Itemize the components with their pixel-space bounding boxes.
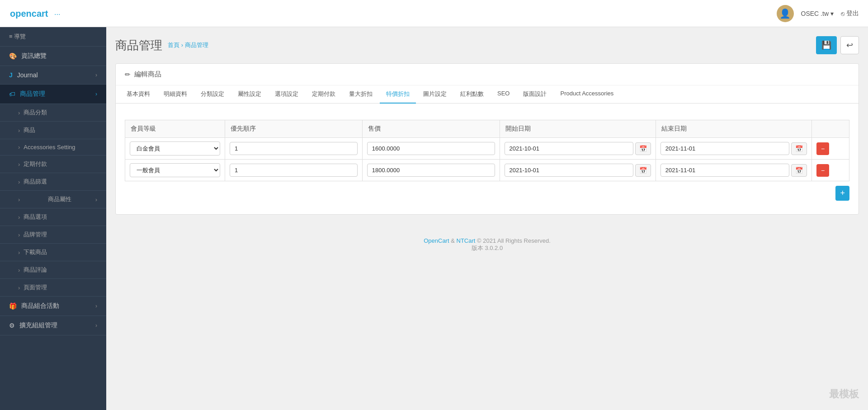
- sidebar-item-product[interactable]: 商品: [0, 122, 106, 139]
- tab-accessories[interactable]: Product Accessories: [554, 85, 620, 104]
- start-date-wrap-2: 📅: [505, 164, 651, 177]
- plugin-chevron-icon: ›: [95, 322, 97, 329]
- sidebar-item-dashboard-left: 🎨 資訊總覽: [9, 52, 47, 60]
- sidebar-item-product-management-left: 🏷 商品管理: [9, 90, 45, 98]
- priority-input-2[interactable]: [230, 164, 358, 177]
- sidebar-item-bundle-label: 商品組合活動: [21, 302, 59, 310]
- breadcrumb: 首頁 › 商品管理: [168, 41, 208, 49]
- start-date-input-2[interactable]: [505, 164, 633, 177]
- sidebar-item-subscription-label: 定期付款: [24, 160, 47, 168]
- page-title: 商品管理: [115, 38, 162, 53]
- tab-category[interactable]: 分類設定: [194, 85, 231, 104]
- sidebar-item-product-attribute[interactable]: 商品屬性 ›: [0, 191, 106, 208]
- logout-button[interactable]: ⎋ 登出: [841, 9, 859, 18]
- end-cal-button-1[interactable]: 📅: [791, 142, 807, 155]
- logo-svg: opencart ···: [9, 7, 68, 20]
- user-name: OSEC .tw: [801, 10, 829, 17]
- sidebar-item-review-label: 商品評論: [24, 266, 47, 274]
- add-row-button[interactable]: +: [835, 186, 849, 201]
- breadcrumb-home[interactable]: 首頁: [168, 42, 179, 48]
- tab-basic[interactable]: 基本資料: [120, 85, 156, 104]
- sidebar-item-bundle[interactable]: 🎁 商品組合活動 ›: [0, 297, 106, 316]
- sidebar-item-plugin[interactable]: ⚙ 擴充組組管理 ›: [0, 316, 106, 335]
- footer: OpenCart & NTCart © 2021 All Rights Rese…: [115, 224, 859, 266]
- opencart-link[interactable]: OpenCart: [424, 237, 449, 244]
- col-header-priority: 優先順序: [225, 120, 362, 138]
- back-button[interactable]: ↩: [840, 36, 859, 54]
- journal-icon: J: [9, 71, 13, 79]
- page-title-area: 商品管理 首頁 › 商品管理: [115, 38, 208, 53]
- dashboard-icon: 🎨: [9, 52, 17, 60]
- sidebar-item-subscription[interactable]: 定期付款: [0, 156, 106, 173]
- sidebar-item-review[interactable]: 商品評論: [0, 261, 106, 279]
- sidebar-item-product-management-label: 商品管理: [20, 90, 45, 98]
- end-cal-button-2[interactable]: 📅: [791, 164, 807, 177]
- avatar: 👤: [777, 5, 794, 22]
- start-cal-button-2[interactable]: 📅: [635, 164, 651, 177]
- sidebar-item-product-filter[interactable]: 商品篩選: [0, 173, 106, 191]
- end-date-input-1[interactable]: [660, 142, 789, 155]
- tab-option[interactable]: 選項設定: [269, 85, 305, 104]
- sidebar-item-product-category[interactable]: 商品分類: [0, 104, 106, 122]
- tab-seo[interactable]: SEO: [491, 85, 516, 104]
- tab-special[interactable]: 特價折扣: [380, 85, 416, 104]
- sidebar-item-journal[interactable]: J Journal ›: [0, 66, 106, 85]
- cell-end-2: 📅: [656, 160, 811, 181]
- start-date-input-1[interactable]: [505, 142, 633, 155]
- tabs-bar: 基本資料 明細資料 分類設定 屬性設定 選項設定 定期付款 量大折扣 特價折扣 …: [116, 85, 859, 104]
- sidebar-item-product-option-label: 商品選項: [24, 213, 47, 221]
- member-select-1[interactable]: 白金會員一般會員VIP會員: [130, 141, 220, 156]
- priority-input-1[interactable]: [230, 142, 358, 155]
- logout-icon: ⎋: [841, 10, 844, 17]
- sidebar-item-accessories-setting[interactable]: Accessories Setting: [0, 139, 106, 156]
- remove-button-2[interactable]: −: [816, 164, 829, 177]
- sidebar-item-brand[interactable]: 品牌管理: [0, 226, 106, 244]
- tab-content-special: 會員等級 優先順序 售價 開始日期 結束日期 白金會員一般會員VIP會員: [116, 104, 859, 214]
- sidebar-item-download-label: 下載商品: [24, 248, 47, 256]
- tab-points[interactable]: 紅利點數: [454, 85, 490, 104]
- tab-detail[interactable]: 明細資料: [157, 85, 193, 104]
- plugin-icon: ⚙: [9, 322, 15, 329]
- sidebar-item-product-label: 商品: [24, 126, 35, 134]
- tab-layout[interactable]: 版面設計: [517, 85, 553, 104]
- sidebar-item-dashboard[interactable]: 🎨 資訊總覽: [0, 47, 106, 66]
- sidebar-item-plugin-left: ⚙ 擴充組組管理: [9, 321, 57, 330]
- sidebar-item-product-filter-label: 商品篩選: [24, 178, 47, 186]
- tab-image[interactable]: 圖片設定: [417, 85, 453, 104]
- cell-price-2: [362, 160, 500, 181]
- watermark: 最模板: [829, 387, 859, 401]
- svg-text:···: ···: [54, 10, 60, 18]
- tab-attribute[interactable]: 屬性設定: [231, 85, 268, 104]
- sidebar-item-download[interactable]: 下載商品: [0, 244, 106, 261]
- col-header-member: 會員等級: [125, 120, 225, 138]
- table-row: 白金會員一般會員VIP會員 📅: [125, 138, 849, 160]
- ntcart-link[interactable]: NTCart: [457, 237, 476, 244]
- nav-header-text: ≡ 導覽: [9, 33, 26, 41]
- tab-bulk-discount[interactable]: 量大折扣: [343, 85, 379, 104]
- cell-member-1: 白金會員一般會員VIP會員: [125, 138, 225, 160]
- member-select-2[interactable]: 白金會員 一般會員 VIP會員: [130, 163, 220, 177]
- sidebar-item-plugin-label: 擴充組組管理: [19, 321, 57, 330]
- sidebar-item-brand-label: 品牌管理: [24, 231, 47, 239]
- save-button[interactable]: 💾: [816, 36, 837, 54]
- sidebar-item-page-mgmt[interactable]: 頁面管理: [0, 279, 106, 297]
- price-input-1[interactable]: [367, 142, 495, 155]
- journal-chevron-icon: ›: [95, 72, 97, 78]
- footer-line1: OpenCart & NTCart © 2021 All Rights Rese…: [129, 237, 845, 244]
- sidebar-item-product-option[interactable]: 商品選項: [0, 208, 106, 226]
- price-input-2[interactable]: [367, 164, 495, 177]
- sidebar-item-product-attribute-label: 商品屬性: [48, 195, 71, 203]
- bundle-icon: 🎁: [9, 302, 17, 310]
- user-dropdown[interactable]: OSEC .tw ▾: [801, 10, 834, 17]
- product-management-chevron-icon: ›: [95, 91, 97, 97]
- remove-button-1[interactable]: −: [816, 142, 829, 155]
- start-cal-button-1[interactable]: 📅: [635, 142, 651, 155]
- product-attribute-chevron-icon: ›: [95, 196, 97, 203]
- sidebar-item-product-management[interactable]: 🏷 商品管理 ›: [0, 85, 106, 104]
- cell-priority-1: [225, 138, 362, 160]
- tab-subscription[interactable]: 定期付款: [306, 85, 342, 104]
- sidebar-nav-header: ≡ 導覽: [0, 27, 106, 47]
- end-date-input-2[interactable]: [660, 164, 789, 177]
- footer-copyright: © 2021 All Rights Reserved.: [477, 237, 551, 244]
- top-header: opencart ··· 👤 OSEC .tw ▾ ⎋ 登出: [0, 0, 868, 27]
